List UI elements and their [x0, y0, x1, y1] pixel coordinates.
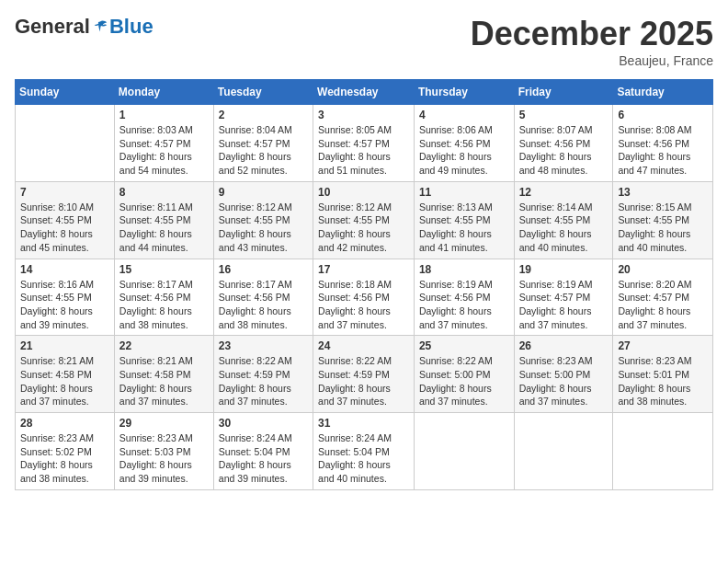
logo-blue-text: Blue [109, 15, 154, 39]
calendar-cell: 16Sunrise: 8:17 AMSunset: 4:56 PMDayligh… [213, 259, 313, 336]
day-number: 30 [219, 417, 308, 430]
calendar-cell: 1Sunrise: 8:03 AMSunset: 4:57 PMDaylight… [114, 105, 213, 182]
logo: General Blue [15, 15, 154, 39]
day-info: Sunrise: 8:24 AMSunset: 5:04 PMDaylight:… [318, 431, 409, 486]
day-number: 8 [119, 186, 209, 199]
day-number: 15 [119, 263, 209, 276]
day-info: Sunrise: 8:20 AMSunset: 4:57 PMDaylight:… [618, 278, 708, 332]
day-number: 14 [20, 263, 109, 276]
location: Beaujeu, France [471, 53, 713, 68]
day-header-sunday: Sunday [16, 80, 115, 105]
calendar-cell [613, 413, 713, 490]
logo-bird-icon [92, 18, 108, 35]
calendar-cell: 29Sunrise: 8:23 AMSunset: 5:03 PMDayligh… [114, 413, 213, 490]
calendar-cell: 8Sunrise: 8:11 AMSunset: 4:55 PMDaylight… [114, 181, 213, 259]
week-row-3: 14Sunrise: 8:16 AMSunset: 4:55 PMDayligh… [16, 259, 713, 336]
day-info: Sunrise: 8:23 AMSunset: 5:01 PMDaylight:… [618, 354, 708, 408]
day-info: Sunrise: 8:17 AMSunset: 4:56 PMDaylight:… [219, 278, 308, 332]
day-number: 19 [519, 263, 609, 276]
day-header-wednesday: Wednesday [313, 80, 415, 105]
day-info: Sunrise: 8:12 AMSunset: 4:55 PMDaylight:… [219, 201, 308, 255]
day-info: Sunrise: 8:15 AMSunset: 4:55 PMDaylight:… [618, 201, 708, 255]
calendar-cell: 19Sunrise: 8:19 AMSunset: 4:57 PMDayligh… [514, 259, 613, 336]
calendar-cell: 14Sunrise: 8:16 AMSunset: 4:55 PMDayligh… [16, 259, 115, 336]
day-number: 29 [119, 417, 209, 430]
calendar-cell: 9Sunrise: 8:12 AMSunset: 4:55 PMDaylight… [213, 181, 313, 259]
day-number: 20 [618, 263, 708, 276]
calendar-cell [514, 413, 613, 490]
day-number: 31 [318, 417, 409, 430]
day-info: Sunrise: 8:10 AMSunset: 4:55 PMDaylight:… [20, 201, 109, 255]
calendar-cell: 5Sunrise: 8:07 AMSunset: 4:56 PMDaylight… [514, 105, 613, 182]
logo-general-text: General [15, 15, 90, 39]
day-number: 25 [419, 339, 509, 352]
day-number: 7 [20, 186, 109, 199]
calendar-cell: 15Sunrise: 8:17 AMSunset: 4:56 PMDayligh… [114, 259, 213, 336]
day-header-friday: Friday [514, 80, 613, 105]
calendar-cell: 22Sunrise: 8:21 AMSunset: 4:58 PMDayligh… [114, 336, 213, 413]
day-info: Sunrise: 8:07 AMSunset: 4:56 PMDaylight:… [519, 123, 609, 178]
day-header-monday: Monday [114, 80, 213, 105]
month-title: December 2025 [471, 15, 713, 53]
day-number: 13 [618, 186, 708, 199]
calendar-cell [414, 413, 514, 490]
title-section: December 2025 Beaujeu, France [471, 15, 713, 68]
days-header-row: SundayMondayTuesdayWednesdayThursdayFrid… [16, 80, 713, 105]
day-number: 9 [219, 186, 308, 199]
calendar-cell [16, 105, 115, 182]
day-info: Sunrise: 8:22 AMSunset: 4:59 PMDaylight:… [219, 354, 308, 408]
calendar-cell: 30Sunrise: 8:24 AMSunset: 5:04 PMDayligh… [213, 413, 313, 490]
calendar-cell: 4Sunrise: 8:06 AMSunset: 4:56 PMDaylight… [414, 105, 514, 182]
calendar-cell: 21Sunrise: 8:21 AMSunset: 4:58 PMDayligh… [16, 336, 115, 413]
calendar-cell: 13Sunrise: 8:15 AMSunset: 4:55 PMDayligh… [613, 181, 713, 259]
day-info: Sunrise: 8:13 AMSunset: 4:55 PMDaylight:… [419, 201, 509, 255]
day-number: 27 [618, 339, 708, 352]
day-number: 28 [20, 417, 109, 430]
day-info: Sunrise: 8:12 AMSunset: 4:55 PMDaylight:… [318, 201, 409, 255]
day-number: 21 [20, 339, 109, 352]
calendar-cell: 28Sunrise: 8:23 AMSunset: 5:02 PMDayligh… [16, 413, 115, 490]
day-number: 24 [318, 339, 409, 352]
day-number: 4 [419, 109, 509, 121]
calendar-cell: 12Sunrise: 8:14 AMSunset: 4:55 PMDayligh… [514, 181, 613, 259]
calendar-cell: 7Sunrise: 8:10 AMSunset: 4:55 PMDaylight… [16, 181, 115, 259]
day-info: Sunrise: 8:17 AMSunset: 4:56 PMDaylight:… [119, 278, 209, 332]
week-row-2: 7Sunrise: 8:10 AMSunset: 4:55 PMDaylight… [16, 181, 713, 259]
day-number: 18 [419, 263, 509, 276]
day-info: Sunrise: 8:23 AMSunset: 5:03 PMDaylight:… [119, 431, 209, 486]
day-header-thursday: Thursday [414, 80, 514, 105]
calendar-cell: 17Sunrise: 8:18 AMSunset: 4:56 PMDayligh… [313, 259, 415, 336]
day-header-tuesday: Tuesday [213, 80, 313, 105]
calendar-cell: 2Sunrise: 8:04 AMSunset: 4:57 PMDaylight… [213, 105, 313, 182]
day-number: 11 [419, 186, 509, 199]
calendar-cell: 24Sunrise: 8:22 AMSunset: 4:59 PMDayligh… [313, 336, 415, 413]
day-info: Sunrise: 8:19 AMSunset: 4:57 PMDaylight:… [519, 278, 609, 332]
day-number: 22 [119, 339, 209, 352]
calendar-cell: 18Sunrise: 8:19 AMSunset: 4:56 PMDayligh… [414, 259, 514, 336]
day-info: Sunrise: 8:19 AMSunset: 4:56 PMDaylight:… [419, 278, 509, 332]
calendar-cell: 3Sunrise: 8:05 AMSunset: 4:57 PMDaylight… [313, 105, 415, 182]
page-header: General Blue December 2025 Beaujeu, Fran… [15, 15, 713, 68]
day-number: 2 [219, 109, 308, 121]
day-number: 23 [219, 339, 308, 352]
day-info: Sunrise: 8:04 AMSunset: 4:57 PMDaylight:… [219, 123, 308, 178]
day-info: Sunrise: 8:24 AMSunset: 5:04 PMDaylight:… [219, 431, 308, 486]
day-number: 5 [519, 109, 609, 121]
day-number: 3 [318, 109, 409, 121]
day-info: Sunrise: 8:11 AMSunset: 4:55 PMDaylight:… [119, 201, 209, 255]
calendar-cell: 27Sunrise: 8:23 AMSunset: 5:01 PMDayligh… [613, 336, 713, 413]
calendar-cell: 23Sunrise: 8:22 AMSunset: 4:59 PMDayligh… [213, 336, 313, 413]
calendar-cell: 20Sunrise: 8:20 AMSunset: 4:57 PMDayligh… [613, 259, 713, 336]
calendar-cell: 26Sunrise: 8:23 AMSunset: 5:00 PMDayligh… [514, 336, 613, 413]
week-row-5: 28Sunrise: 8:23 AMSunset: 5:02 PMDayligh… [16, 413, 713, 490]
day-number: 16 [219, 263, 308, 276]
day-info: Sunrise: 8:03 AMSunset: 4:57 PMDaylight:… [119, 123, 209, 178]
day-info: Sunrise: 8:05 AMSunset: 4:57 PMDaylight:… [318, 123, 409, 178]
week-row-1: 1Sunrise: 8:03 AMSunset: 4:57 PMDaylight… [16, 105, 713, 182]
day-info: Sunrise: 8:18 AMSunset: 4:56 PMDaylight:… [318, 278, 409, 332]
day-number: 12 [519, 186, 609, 199]
calendar-cell: 10Sunrise: 8:12 AMSunset: 4:55 PMDayligh… [313, 181, 415, 259]
calendar-table: SundayMondayTuesdayWednesdayThursdayFrid… [15, 79, 713, 490]
calendar-cell: 6Sunrise: 8:08 AMSunset: 4:56 PMDaylight… [613, 105, 713, 182]
day-info: Sunrise: 8:23 AMSunset: 5:00 PMDaylight:… [519, 354, 609, 408]
